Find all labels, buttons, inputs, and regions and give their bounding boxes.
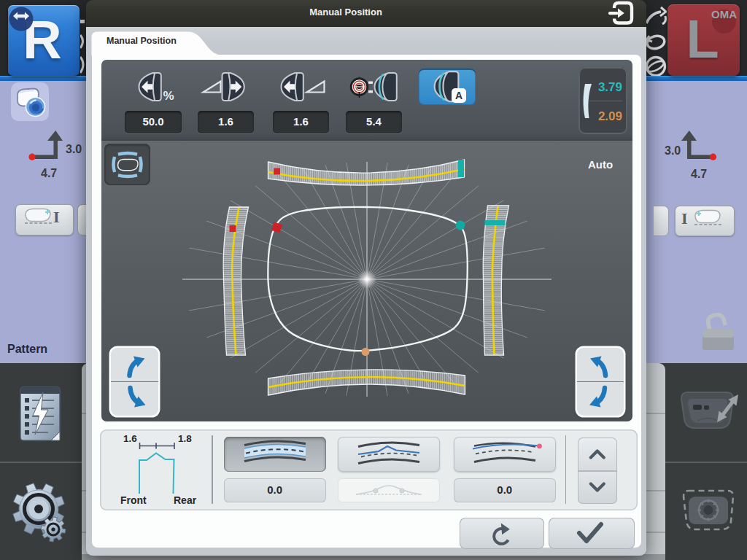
svg-text:3.79: 3.79 <box>598 80 622 94</box>
svg-text:2.09: 2.09 <box>598 109 622 123</box>
svg-text:%: % <box>163 89 174 103</box>
svg-text:I: I <box>53 208 60 226</box>
svg-text:I: I <box>681 209 688 228</box>
